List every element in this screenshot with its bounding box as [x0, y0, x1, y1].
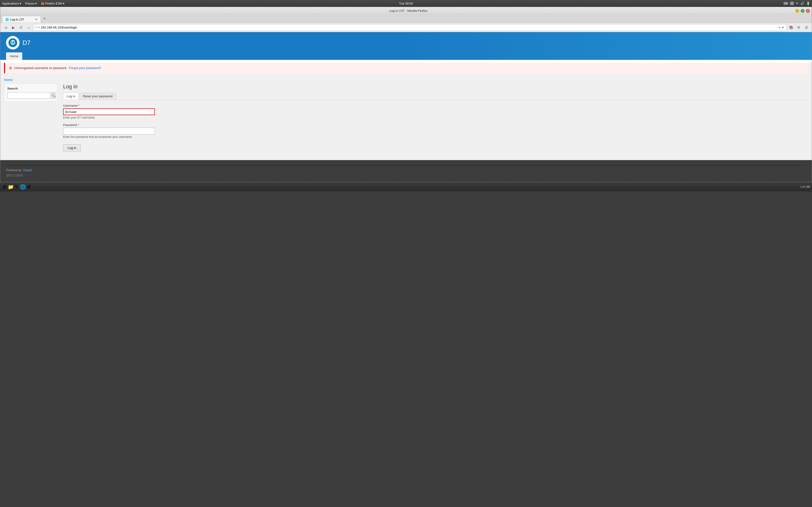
reload-button[interactable]: ↺ [18, 24, 24, 31]
restore-button[interactable]: □ [801, 9, 805, 13]
browser-title: Log in | D7 - Mozilla Firefox [21, 9, 795, 12]
username-label: Username * [63, 104, 808, 107]
svg-point-1 [11, 42, 12, 43]
close-button[interactable]: ✕ [806, 9, 810, 13]
browser-tab-active[interactable]: 🌐 Log in | D7 ✕ [2, 16, 41, 23]
svg-point-2 [13, 42, 14, 43]
os-clock: Tue 09:50 [399, 2, 413, 5]
username-group: Username * Enter your D7 username. [63, 104, 808, 119]
applications-menu[interactable]: Applications ▾ [2, 2, 21, 5]
tab-close-button[interactable]: ✕ [35, 18, 38, 21]
os-topbar-right: ⌨ 1 ✎ 🔊 🔋 [783, 2, 810, 5]
battery-icon: 🔋 [806, 2, 810, 5]
keyboard-icon: ⌨ [783, 2, 788, 5]
address-bar[interactable]: ℹ 🛡 ··· ♥ ★ [33, 24, 786, 31]
breadcrumb: Home [0, 76, 812, 83]
password-required: * [78, 123, 79, 127]
window-counter: 1 [790, 2, 794, 5]
home-button[interactable]: ⌂ [26, 24, 32, 31]
os-topbar-left: Applications ▾ Places ▾ 🦊 Firefox ESR ▾ [2, 2, 64, 5]
volume-icon: 🔊 [800, 2, 804, 5]
password-label: Password * [63, 123, 808, 127]
site-content: ⊘ Unrecognized username or password. For… [0, 63, 812, 155]
main-content: Log in Log in Reset your password Usern [63, 83, 808, 151]
footer-user: @DC7USER [6, 174, 806, 177]
firefox-esr-menu[interactable]: 🦊 Firefox ESR ▾ [41, 2, 64, 5]
bookmark-heart-icon[interactable]: ♥ [779, 25, 780, 29]
login-submit-button[interactable]: Log in [63, 145, 81, 151]
taskbar-icon-4[interactable]: 🌐 [20, 184, 26, 190]
search-block: Search 🔍 [4, 83, 57, 102]
search-input[interactable] [7, 92, 50, 99]
forgot-password-link[interactable]: Forgot your password? [69, 66, 101, 70]
site-branding: D7 [6, 36, 806, 50]
bookmark-star-icon[interactable]: ★ [781, 25, 784, 29]
url-input[interactable] [41, 25, 774, 29]
username-input[interactable] [63, 108, 155, 115]
site-header: D7 Home [0, 32, 812, 60]
security-icon: ℹ [35, 26, 36, 29]
site-nav: Home [6, 52, 806, 60]
site-logo [6, 36, 19, 50]
back-button[interactable]: ◀ [2, 24, 9, 31]
error-text: Unrecognized username or password. [14, 66, 67, 70]
os-taskbar: 🖥 📁 ✎ 🌐 ⚙ Left ⌨ [0, 182, 812, 191]
password-input[interactable] [63, 128, 155, 134]
page-body: Log in ⊘ Unrecognized username or passwo… [0, 63, 812, 182]
error-icon: ⊘ [9, 66, 12, 70]
places-menu[interactable]: Places ▾ [25, 2, 37, 5]
tab-favicon: 🌐 [5, 18, 9, 21]
navbar-right: 📚 ⧉ ☰ [788, 24, 810, 31]
site-name: D7 [22, 39, 31, 47]
password-help: Enter the password that accompanies your… [63, 135, 808, 138]
browser-navbar: ◀ ▶ ↺ ⌂ ℹ 🛡 ··· ♥ ★ 📚 ⧉ ☰ [0, 23, 812, 32]
page-title: Log in [63, 83, 808, 90]
taskbar-right: Left ⌨ [800, 185, 810, 188]
taskbar-icon-2[interactable]: 📁 [8, 184, 14, 190]
footer-powered: Powered by Drupal [6, 169, 806, 172]
more-options-icon[interactable]: ··· [775, 25, 778, 29]
browser-tabbar: 🌐 Log in | D7 ✕ + [0, 15, 812, 23]
site-footer: Powered by Drupal @DC7USER [0, 160, 812, 182]
taskbar-icon-5[interactable]: ⚙ [27, 184, 31, 190]
forward-button[interactable]: ▶ [10, 24, 17, 31]
window-controls: — □ ✕ [795, 9, 810, 13]
taskbar-apps: 🖥 📁 ✎ 🌐 ⚙ [2, 184, 31, 190]
firefox-icon: 🦊 [41, 2, 45, 5]
browser-titlebar: Log in | D7 - Mozilla Firefox — □ ✕ [0, 7, 812, 15]
sidepanel-button[interactable]: ⧉ [795, 24, 802, 31]
minimize-button[interactable]: — [795, 9, 799, 13]
os-topbar: Applications ▾ Places ▾ 🦊 Firefox ESR ▾ … [0, 0, 812, 7]
search-submit-button[interactable]: 🔍 [51, 92, 56, 99]
tab-login[interactable]: Log in [63, 93, 79, 100]
nav-home[interactable]: Home [6, 52, 22, 60]
taskbar-icon-1[interactable]: 🖥 [2, 184, 7, 190]
hamburger-menu[interactable]: ☰ [803, 24, 810, 31]
form-tabs: Log in Reset your password [63, 93, 808, 100]
tab-label: Log in | D7 [10, 18, 24, 21]
password-group: Password * Enter the password that accom… [63, 123, 808, 138]
tab-reset-password[interactable]: Reset your password [79, 93, 116, 100]
pen-icon: ✎ [796, 2, 799, 5]
footer-divider [6, 165, 806, 166]
search-form: 🔍 [7, 92, 54, 99]
content-layout: Search 🔍 Log in Log in [0, 83, 812, 155]
drupal-link[interactable]: Drupal [23, 169, 32, 172]
taskbar-keyboard-layout: Left ⌨ [800, 185, 810, 188]
login-form: Username * Enter your D7 username. Passw… [63, 104, 808, 151]
browser-window: Log in | D7 - Mozilla Firefox — □ ✕ 🌐 Lo… [0, 7, 812, 182]
username-required: * [79, 104, 80, 107]
search-block-title: Search [7, 87, 54, 90]
taskbar-icon-3[interactable]: ✎ [15, 184, 19, 190]
drupal-logo-svg [8, 38, 18, 48]
new-tab-button[interactable]: + [42, 16, 47, 21]
error-message-block: ⊘ Unrecognized username or password. For… [4, 63, 808, 73]
username-help: Enter your D7 username. [63, 116, 808, 119]
bookmarks-button[interactable]: 📚 [788, 24, 794, 31]
breadcrumb-home-link[interactable]: Home [4, 78, 12, 81]
mixed-content-icon: 🛡 [37, 26, 40, 29]
sidebar: Search 🔍 [4, 83, 57, 151]
page-wrapper: D7 Home Log in ⊘ Unrecognized username o… [0, 32, 812, 182]
